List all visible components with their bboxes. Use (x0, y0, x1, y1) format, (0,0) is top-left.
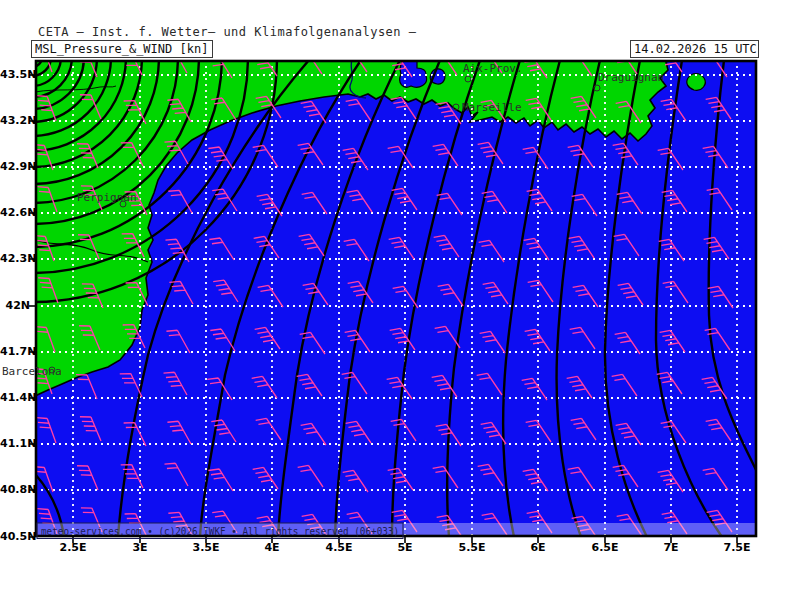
coastal-peninsula (687, 74, 705, 91)
pressure-wind-map: meteo-services.com • (c)2026 IWKF • All … (0, 0, 800, 600)
copyright-text: meteo-services.com • (c)2026 IWKF • All … (41, 525, 399, 537)
city-label-aix: Aix-Prov. (463, 62, 523, 75)
city-label-perpignan: Perpignan (77, 191, 137, 204)
city-label-marseille: Marseille (462, 101, 522, 114)
weather-map-page: CETA — Inst. f. Wetter— und Klimafolgena… (0, 0, 800, 600)
city-label-draguignan: Draguignan (598, 71, 664, 84)
